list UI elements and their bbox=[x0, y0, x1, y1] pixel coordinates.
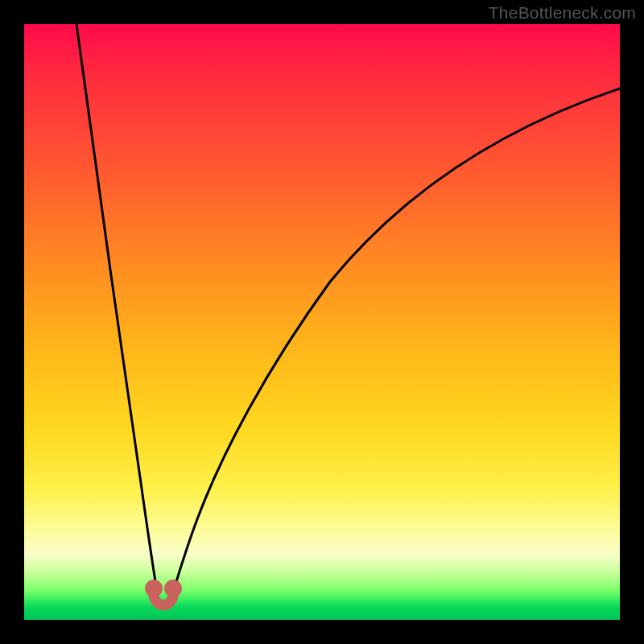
bottleneck-curve bbox=[24, 24, 620, 620]
plot-area bbox=[24, 24, 620, 620]
chart-frame: TheBottleneck.com bbox=[0, 0, 644, 644]
watermark-text: TheBottleneck.com bbox=[489, 3, 636, 23]
valley-right-dot bbox=[164, 580, 182, 597]
valley-left-dot bbox=[145, 580, 163, 597]
curve-left-branch bbox=[76, 24, 159, 605]
curve-right-branch bbox=[169, 89, 620, 605]
